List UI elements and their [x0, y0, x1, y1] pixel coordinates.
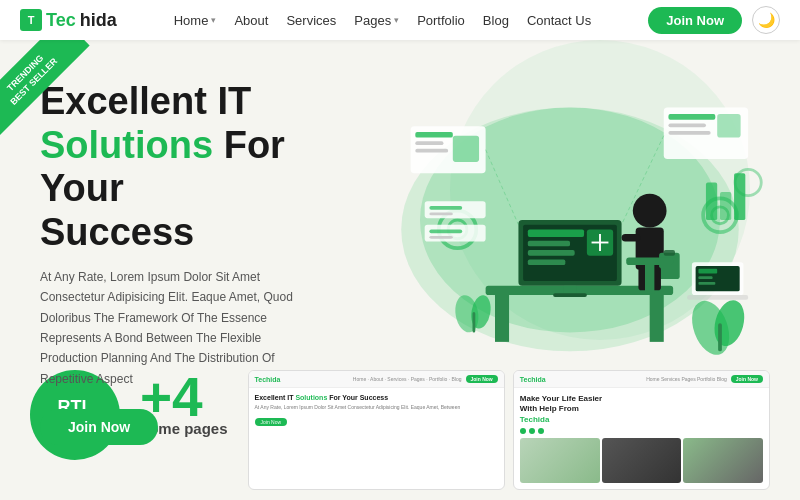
- svg-rect-59: [698, 282, 715, 285]
- svg-rect-20: [664, 250, 675, 256]
- dot-3: [538, 428, 544, 434]
- svg-rect-8: [528, 241, 570, 247]
- main-nav: Home ▾ About Services Pages ▾ Portfolio …: [174, 13, 591, 28]
- svg-rect-44: [429, 206, 462, 210]
- svg-rect-15: [553, 293, 587, 297]
- home-arrow-icon: ▾: [211, 15, 216, 25]
- svg-rect-9: [528, 250, 575, 256]
- preview-img-2: [602, 438, 682, 483]
- svg-rect-10: [528, 259, 566, 265]
- preview-img-3: [683, 438, 763, 483]
- preview-dots: [520, 428, 763, 434]
- svg-rect-7: [528, 229, 584, 237]
- hero-description: At Any Rate, Lorem Ipsum Dolor Sit Amet …: [40, 267, 320, 389]
- nav-about[interactable]: About: [234, 13, 268, 28]
- pages-arrow-icon: ▾: [394, 15, 399, 25]
- svg-rect-47: [429, 229, 462, 233]
- dot-1: [520, 428, 526, 434]
- svg-rect-58: [698, 276, 712, 279]
- svg-rect-57: [698, 269, 717, 274]
- nav-home[interactable]: Home ▾: [174, 13, 217, 28]
- join-now-button-header[interactable]: Join Now: [648, 7, 742, 34]
- preview-card-2: Techida Home Services Pages Portfolio Bl…: [513, 370, 770, 490]
- dark-mode-toggle[interactable]: 🌙: [752, 6, 780, 34]
- svg-rect-29: [453, 136, 479, 162]
- svg-rect-28: [415, 149, 448, 153]
- svg-rect-18: [622, 234, 641, 242]
- preview-join-2: Join Now: [731, 375, 763, 383]
- preview-images: [520, 438, 763, 483]
- trending-badge-container: trendingbest seller: [0, 40, 120, 160]
- svg-rect-45: [429, 213, 452, 216]
- nav-right: Join Now 🌙: [648, 6, 780, 34]
- nav-contact[interactable]: Contact Us: [527, 13, 591, 28]
- nav-pages[interactable]: Pages ▾: [354, 13, 399, 28]
- svg-rect-60: [687, 295, 748, 300]
- nav-blog[interactable]: Blog: [483, 13, 509, 28]
- logo: T Techida: [20, 9, 117, 31]
- logo-text-suffix: hida: [80, 10, 117, 31]
- dot-2: [529, 428, 535, 434]
- join-now-button-hero[interactable]: Join Now: [40, 409, 158, 445]
- svg-rect-54: [473, 312, 476, 333]
- hero-section: trendingbest seller Excellent IT Solutio…: [0, 40, 800, 360]
- preview-logo-2: Techida: [520, 376, 546, 383]
- nav-portfolio[interactable]: Portfolio: [417, 13, 465, 28]
- svg-rect-19: [659, 253, 680, 279]
- svg-rect-48: [429, 236, 452, 239]
- preview-card-2-body: Make Your Life EasierWith Help FromTechi…: [514, 388, 769, 489]
- nav-services[interactable]: Services: [286, 13, 336, 28]
- svg-rect-23: [626, 258, 673, 266]
- trending-badge: trendingbest seller: [0, 40, 90, 138]
- preview-img-1: [520, 438, 600, 483]
- preview-card-2-header: Techida Home Services Pages Portfolio Bl…: [514, 371, 769, 388]
- svg-rect-51: [718, 323, 722, 351]
- svg-rect-31: [668, 114, 715, 120]
- preview-title-2: Make Your Life EasierWith Help FromTechi…: [520, 394, 763, 425]
- preview-nav-2: Home Services Pages Portfolio Blog: [550, 376, 727, 382]
- svg-rect-32: [668, 123, 706, 127]
- svg-rect-3: [495, 295, 509, 342]
- svg-rect-4: [650, 295, 664, 342]
- hero-svg: [370, 70, 770, 370]
- logo-icon: T: [20, 9, 42, 31]
- svg-rect-26: [415, 132, 453, 138]
- logo-text: Tec: [46, 10, 76, 31]
- svg-point-16: [633, 194, 667, 228]
- svg-rect-33: [668, 131, 710, 135]
- preview-join-1: Join Now: [466, 375, 498, 383]
- hero-illustration: [370, 70, 770, 370]
- svg-rect-34: [717, 114, 740, 137]
- header: T Techida Home ▾ About Services Pages ▾ …: [0, 0, 800, 40]
- svg-rect-24: [645, 265, 654, 293]
- svg-rect-27: [415, 141, 443, 145]
